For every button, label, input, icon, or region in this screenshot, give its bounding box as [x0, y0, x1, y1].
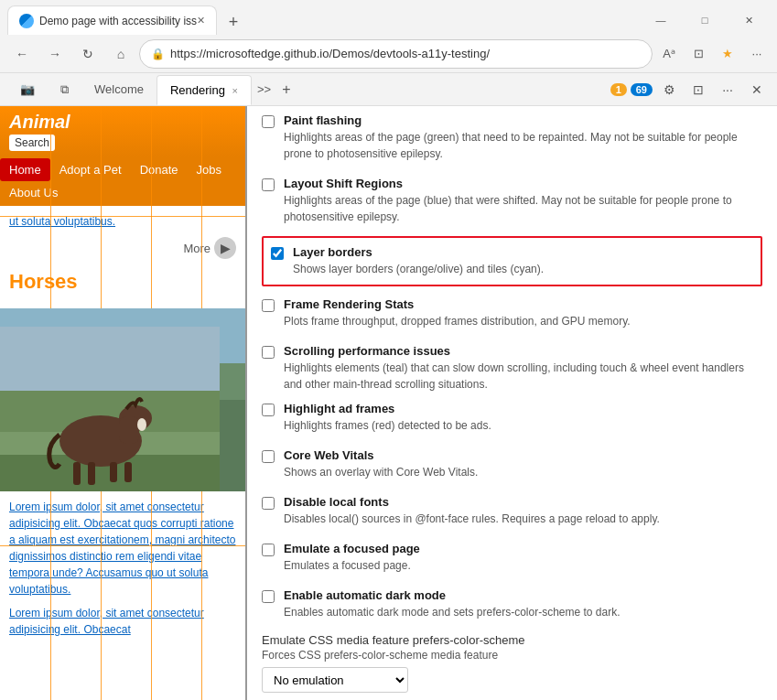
- layer-borders-content: Layer borders Shows layer borders (orang…: [293, 245, 753, 277]
- scrolling-desc: Highlights elements (teal) that can slow…: [284, 360, 762, 393]
- nav-jobs[interactable]: Jobs: [188, 158, 231, 181]
- emulate-focused-page-desc: Emulates a focused page.: [284, 557, 762, 574]
- auto-dark-mode-content: Enable automatic dark mode Enables autom…: [284, 588, 762, 620]
- dock-button[interactable]: ⊡: [685, 77, 711, 102]
- disable-local-fonts-label: Disable local fonts: [284, 495, 762, 509]
- scrolling-row: Scrolling performance issues Highlights …: [262, 344, 762, 393]
- highlight-ad-frames-desc: Highlights frames (red) detected to be a…: [284, 417, 762, 434]
- nav-about[interactable]: About Us: [0, 181, 67, 204]
- svg-rect-10: [124, 462, 132, 482]
- main-content: Animal Search Home Adopt a Pet Donate Jo…: [0, 106, 777, 700]
- nav-home[interactable]: Home: [0, 158, 50, 181]
- scrolling-checkbox[interactable]: [262, 346, 275, 359]
- highlight-ad-frames-label: Highlight ad frames: [284, 402, 762, 415]
- paint-flashing-checkbox[interactable]: [262, 115, 275, 128]
- auto-dark-mode-checkbox[interactable]: [262, 590, 275, 603]
- devtools-close-button[interactable]: ✕: [744, 77, 770, 102]
- warning-badge: 1: [610, 83, 627, 96]
- home-button[interactable]: ⌂: [106, 39, 135, 69]
- favorites-button[interactable]: ★: [715, 41, 740, 67]
- webpage-preview: Animal Search Home Adopt a Pet Donate Jo…: [0, 106, 247, 700]
- frame-rendering-checkbox[interactable]: [262, 299, 275, 312]
- layer-borders-checkbox[interactable]: [271, 247, 284, 260]
- layer-borders-desc: Shows layer borders (orange/olive) and t…: [293, 261, 753, 277]
- disable-local-fonts-row: Disable local fonts Disables local() sou…: [247, 488, 777, 534]
- more-button[interactable]: More ▶: [9, 233, 236, 263]
- minimize-button[interactable]: —: [640, 5, 682, 35]
- auto-dark-mode-label: Enable automatic dark mode: [284, 588, 762, 602]
- duplicate-icon: ⧉: [60, 82, 69, 96]
- browser-tab[interactable]: Demo page with accessibility iss ✕: [7, 5, 217, 35]
- horse-svg: [0, 327, 220, 491]
- color-scheme-dropdown-section: Emulate CSS media feature prefers-color-…: [247, 628, 777, 700]
- url-bar[interactable]: 🔒 https://microsoftedge.github.io/Demos/…: [139, 39, 653, 69]
- split-view-button[interactable]: ⊡: [685, 41, 711, 67]
- lorem-text-1: Lorem ipsum dolor, sit amet consectetur …: [9, 499, 236, 598]
- highlight-ad-frames-checkbox[interactable]: [262, 404, 275, 416]
- layout-shift-label: Layout Shift Regions: [284, 177, 762, 190]
- emulate-focused-page-checkbox[interactable]: [262, 544, 275, 556]
- refresh-button[interactable]: ↻: [73, 39, 103, 69]
- tab-favicon: [19, 14, 34, 28]
- svg-rect-8: [88, 462, 95, 485]
- color-scheme-select[interactable]: No emulation prefers-color-scheme: light…: [262, 667, 408, 693]
- tab-screenshot[interactable]: 📷: [7, 75, 48, 103]
- frame-rendering-row: Frame Rendering Stats Plots frame throug…: [247, 290, 777, 337]
- disable-local-fonts-checkbox[interactable]: [262, 497, 275, 510]
- maximize-button[interactable]: □: [684, 5, 726, 35]
- body-text-link: ut soluta voluptatibus.: [9, 213, 236, 230]
- core-web-vitals-desc: Shows an overlay with Core Web Vitals.: [284, 464, 762, 480]
- paint-flashing-desc: Highlights areas of the page (green) tha…: [284, 129, 762, 162]
- scrolling-section: Scrolling performance issues Highlights …: [247, 337, 777, 394]
- rendering-tab-close[interactable]: ×: [232, 85, 238, 96]
- forward-button[interactable]: →: [40, 39, 70, 69]
- disable-local-fonts-desc: Disables local() sources in @font-face r…: [284, 511, 762, 527]
- more-button[interactable]: ···: [715, 77, 740, 102]
- lorem-text-2: Lorem ipsum dolor, sit amet consectetur …: [9, 605, 236, 638]
- url-text: https://microsoftedge.github.io/Demos/de…: [170, 47, 641, 60]
- tab-rendering[interactable]: Rendering ×: [156, 75, 252, 105]
- layer-borders-label: Layer borders: [293, 245, 753, 259]
- webpage-header: Animal Search: [0, 106, 245, 156]
- tab-duplicate[interactable]: ⧉: [48, 75, 81, 104]
- title-bar: Demo page with accessibility iss ✕ + — □…: [0, 0, 777, 35]
- more-label: More: [183, 242, 210, 255]
- layout-shift-checkbox[interactable]: [262, 178, 275, 191]
- emulate-focused-page-row: Emulate a focused page Emulates a focuse…: [247, 534, 777, 581]
- add-tab-button[interactable]: +: [276, 74, 296, 105]
- screenshot-icon: 📷: [20, 82, 35, 96]
- welcome-label: Welcome: [94, 82, 144, 96]
- settings-button[interactable]: ⚙: [656, 77, 682, 102]
- tab-title: Demo page with accessibility iss: [39, 15, 197, 27]
- tab-overflow-button[interactable]: >>: [252, 75, 276, 103]
- more-tools-button[interactable]: ···: [744, 41, 770, 67]
- svg-rect-9: [110, 462, 117, 482]
- back-button[interactable]: ←: [7, 39, 37, 69]
- tab-close-button[interactable]: ✕: [197, 15, 205, 27]
- layout-shift-row: Layout Shift Regions Highlights areas of…: [247, 169, 777, 232]
- horse-image: [0, 308, 245, 491]
- auto-dark-mode-desc: Enables automatic dark mode and sets pre…: [284, 604, 762, 620]
- paint-flashing-row: Paint flashing Highlights areas of the p…: [247, 106, 777, 169]
- layer-borders-section: Layer borders Shows layer borders (orang…: [247, 232, 777, 290]
- layout-shift-desc: Highlights areas of the page (blue) that…: [284, 192, 762, 225]
- section-title: Horses: [9, 270, 236, 294]
- site-nav: Home Adopt a Pet Donate Jobs About Us: [0, 156, 245, 206]
- paint-flashing-content: Paint flashing Highlights areas of the p…: [284, 113, 762, 162]
- scrolling-label: Scrolling performance issues: [284, 344, 762, 358]
- devtools-actions: 1 69 ⚙ ⊡ ··· ✕: [610, 77, 770, 102]
- info-badge: 69: [631, 83, 653, 96]
- address-bar: ← → ↻ ⌂ 🔒 https://microsoftedge.github.i…: [0, 35, 777, 73]
- nav-adopt[interactable]: Adopt a Pet: [50, 158, 131, 181]
- tab-welcome[interactable]: Welcome: [81, 75, 156, 103]
- rendering-panel: Paint flashing Highlights areas of the p…: [247, 106, 777, 700]
- devtools-tab-bar: 📷 ⧉ Welcome Rendering × >> + 1 69 ⚙ ⊡ ··…: [0, 73, 777, 106]
- core-web-vitals-checkbox[interactable]: [262, 450, 275, 463]
- new-tab-button[interactable]: +: [221, 9, 246, 35]
- color-scheme-label: Emulate CSS media feature prefers-color-…: [262, 633, 762, 647]
- read-aloud-button[interactable]: Aᵃ: [656, 41, 682, 67]
- emulate-focused-page-content: Emulate a focused page Emulates a focuse…: [284, 542, 762, 574]
- nav-donate[interactable]: Donate: [131, 158, 188, 181]
- close-button[interactable]: ✕: [728, 5, 770, 35]
- search-box[interactable]: Search: [9, 135, 55, 151]
